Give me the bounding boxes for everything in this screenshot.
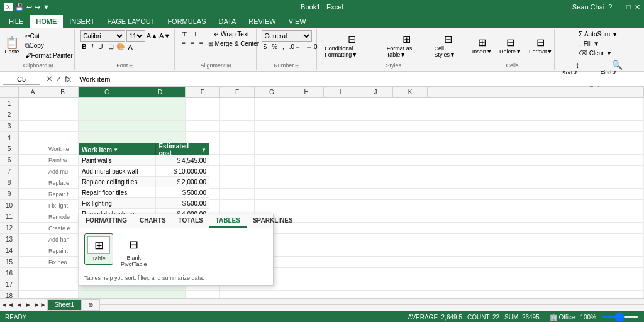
cell-a9[interactable] xyxy=(19,189,47,200)
work-item-dropdown-icon[interactable]: ▼ xyxy=(113,147,118,153)
sheet-scroll-right-icon[interactable]: ►► xyxy=(33,301,48,308)
cell-f8[interactable] xyxy=(220,177,255,189)
cell-e2[interactable] xyxy=(186,109,220,121)
cell-d3[interactable] xyxy=(135,121,186,132)
percent-button[interactable]: % xyxy=(270,43,279,51)
format-as-table-button[interactable]: ⊞ Format as Table▼ xyxy=(384,32,430,59)
cell-b9[interactable]: Repair f xyxy=(47,189,79,200)
table-header-work-item[interactable]: Work item ▼ xyxy=(79,144,156,155)
cell-g4[interactable] xyxy=(255,132,289,143)
cell-f3[interactable] xyxy=(220,121,255,132)
tab-page-layout[interactable]: PAGE LAYOUT xyxy=(101,15,161,28)
cell-b11[interactable]: Remode xyxy=(47,211,79,223)
insert-cells-button[interactable]: ⊞ Insert▼ xyxy=(470,35,494,56)
cell-b1[interactable] xyxy=(47,98,79,109)
zoom-slider[interactable] xyxy=(601,316,639,318)
alignment-expand-icon[interactable]: ⊞ xyxy=(226,62,231,69)
conditional-formatting-button[interactable]: ⊟ Conditional Formatting▼ xyxy=(322,32,382,59)
delete-cells-button[interactable]: ⊟ Delete▼ xyxy=(497,35,524,56)
list-item[interactable]: Add mural back wall $10,000.00 xyxy=(79,166,209,177)
col-header-i[interactable]: I xyxy=(324,87,358,97)
cell-f5[interactable] xyxy=(220,143,255,155)
cell-d4[interactable] xyxy=(135,132,186,143)
cell-f10[interactable] xyxy=(220,200,255,211)
cell-a10[interactable] xyxy=(19,200,47,211)
cell-a15[interactable] xyxy=(19,257,47,268)
col-header-b[interactable]: B xyxy=(47,87,79,97)
format-painter-button[interactable]: 🖌 Format Painter xyxy=(23,52,75,60)
cell-e1[interactable] xyxy=(186,98,220,109)
maximize-button[interactable]: □ xyxy=(626,3,631,11)
cell-f7[interactable] xyxy=(220,166,255,177)
tab-view[interactable]: VIEW xyxy=(282,15,313,28)
cell-b2[interactable] xyxy=(47,109,79,121)
qa-tab-sparklines[interactable]: SPARKLINES xyxy=(247,214,299,228)
cell-a7[interactable] xyxy=(19,166,47,177)
cell-a8[interactable] xyxy=(19,177,47,189)
cell-g7[interactable] xyxy=(255,166,289,177)
align-center-button[interactable]: ≡ xyxy=(189,40,196,48)
cell-a16[interactable] xyxy=(19,268,47,279)
cell-a18[interactable] xyxy=(19,291,47,298)
clear-button[interactable]: ⌫ Clear ▼ xyxy=(577,49,620,57)
cell-f2[interactable] xyxy=(220,109,255,121)
qa-item-pivottable[interactable]: ⊟ Blank PivotTable xyxy=(118,233,150,270)
list-item[interactable]: Fix lighting $500.00 xyxy=(79,198,209,209)
cell-b13[interactable]: Add han xyxy=(47,234,79,245)
cell-a4[interactable] xyxy=(19,132,47,143)
qa-tab-tables[interactable]: TABLES xyxy=(209,214,247,228)
tab-formulas[interactable]: FORMULAS xyxy=(161,15,212,28)
cell-c18[interactable] xyxy=(79,291,135,298)
cell-f6[interactable] xyxy=(220,155,255,166)
cell-g6[interactable] xyxy=(255,155,289,166)
increase-font-button[interactable]: A▲ xyxy=(147,32,158,40)
number-expand-icon[interactable]: ⊞ xyxy=(295,62,300,69)
cell-g9[interactable] xyxy=(255,189,289,200)
clipboard-expand-icon[interactable]: ⊞ xyxy=(48,62,53,69)
sheet-tab-add[interactable]: ⊕ xyxy=(81,299,100,311)
cell-a6[interactable] xyxy=(19,155,47,166)
cell-g8[interactable] xyxy=(255,177,289,189)
cell-d18[interactable] xyxy=(135,291,186,298)
cell-a3[interactable] xyxy=(19,121,47,132)
cell-b18[interactable] xyxy=(47,291,79,298)
cell-b5[interactable]: Work ite xyxy=(47,143,79,155)
font-expand-icon[interactable]: ⊞ xyxy=(129,62,134,69)
cost-dropdown-icon[interactable]: ▼ xyxy=(201,147,206,153)
qa-tab-charts[interactable]: CHARTS xyxy=(133,214,172,228)
align-middle-button[interactable]: ⊥ xyxy=(191,30,200,38)
cell-b14[interactable]: Repaint xyxy=(47,245,79,257)
underline-button[interactable]: U xyxy=(96,43,104,51)
cell-a14[interactable] xyxy=(19,245,47,257)
increase-decimal-button[interactable]: .0→ xyxy=(287,43,303,51)
quick-access-redo[interactable]: ↪ xyxy=(35,3,40,11)
cell-g1[interactable] xyxy=(255,98,289,109)
tab-review[interactable]: REVIEW xyxy=(242,15,282,28)
cut-button[interactable]: ✂ Cut xyxy=(23,32,75,40)
fill-button[interactable]: ↓ Fill ▼ xyxy=(577,40,620,48)
qa-item-table[interactable]: ⊞ Table xyxy=(84,233,113,265)
cell-b8[interactable]: Replace xyxy=(47,177,79,189)
confirm-formula-icon[interactable]: ✓ xyxy=(55,74,62,84)
fill-color-button[interactable]: 🎨 xyxy=(116,43,125,51)
cell-a17[interactable] xyxy=(19,279,47,291)
cell-c4[interactable] xyxy=(79,132,135,143)
cell-g2[interactable] xyxy=(255,109,289,121)
cell-g3[interactable] xyxy=(255,121,289,132)
minimize-button[interactable]: — xyxy=(616,3,623,11)
cell-b12[interactable]: Create e xyxy=(47,223,79,234)
help-button[interactable]: ? xyxy=(608,3,612,11)
list-item[interactable]: Replace ceiling tiles $2,000.00 xyxy=(79,177,209,187)
merge-center-button[interactable]: ⊞ Merge & Center xyxy=(206,40,261,48)
comma-button[interactable]: , xyxy=(280,43,286,51)
align-left-button[interactable]: ≡ xyxy=(180,40,187,48)
cell-b7[interactable]: Add mu xyxy=(47,166,79,177)
col-header-d[interactable]: D xyxy=(135,87,186,97)
cell-c3[interactable] xyxy=(79,121,135,132)
cell-b3[interactable] xyxy=(47,121,79,132)
quick-access-more[interactable]: ▼ xyxy=(43,3,50,11)
cell-f9[interactable] xyxy=(220,189,255,200)
paste-button[interactable]: 📋 Paste xyxy=(3,36,22,56)
number-format-select[interactable]: General xyxy=(262,30,312,42)
cell-b17[interactable] xyxy=(47,279,79,291)
